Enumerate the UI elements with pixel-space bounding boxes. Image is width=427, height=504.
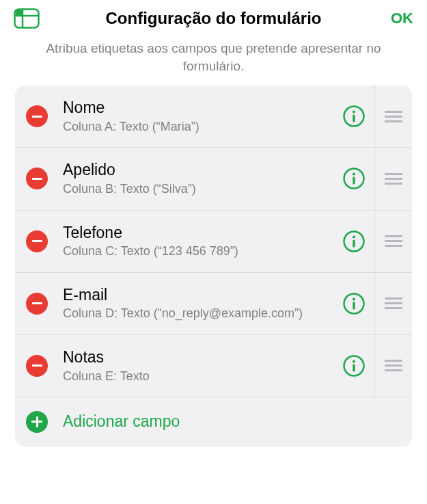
field-subtitle: Coluna B: Texto (“Silva”) [63,181,336,197]
svg-point-5 [353,111,355,114]
add-field-row[interactable]: Adicionar campo [15,397,412,447]
svg-point-14 [353,297,355,300]
remove-field-button[interactable] [26,293,48,315]
field-content[interactable]: Nome Coluna A: Texto (“Maria”) [48,98,343,135]
field-content[interactable]: Telefone Coluna C: Texto (“123 456 789”) [48,223,343,260]
field-row: E-mail Coluna D: Texto (“no_reply@exampl… [15,273,412,335]
field-title: E-mail [63,285,336,305]
header-bar: Configuração do formulário OK [0,0,427,34]
add-field-label[interactable]: Adicionar campo [48,412,180,431]
field-title: Apelido [63,160,336,180]
page-subtitle: Atribua etiquetas aos campos que pretend… [0,34,427,85]
info-icon[interactable] [343,230,365,252]
svg-point-11 [353,235,355,238]
drag-handle-icon[interactable] [375,235,402,247]
field-subtitle: Coluna A: Texto (“Maria”) [63,119,336,135]
svg-rect-9 [353,177,355,185]
info-icon[interactable] [343,168,365,189]
field-subtitle: Coluna D: Texto (“no_reply@example.com”) [63,306,336,321]
info-icon[interactable] [343,293,365,315]
field-subtitle: Coluna C: Texto (“123 456 789”) [63,243,336,259]
svg-point-8 [353,173,355,176]
field-subtitle: Coluna E: Texto [63,369,336,384]
remove-field-button[interactable] [26,355,48,377]
remove-field-button[interactable] [26,230,48,252]
field-row: Telefone Coluna C: Texto (“123 456 789”) [15,211,412,273]
svg-rect-18 [353,364,355,371]
field-title: Nome [63,98,336,118]
add-icon[interactable] [26,411,48,433]
remove-field-button[interactable] [26,168,48,189]
info-icon[interactable] [343,105,365,127]
table-icon[interactable] [14,8,40,29]
svg-rect-12 [353,239,355,247]
field-content[interactable]: Apelido Coluna B: Texto (“Silva”) [48,160,343,197]
drag-handle-icon[interactable] [375,173,402,185]
field-content[interactable]: Notas Coluna E: Texto [48,347,343,384]
field-list: Nome Coluna A: Texto (“Maria”) Apelido C… [15,85,412,447]
field-content[interactable]: E-mail Coluna D: Texto (“no_reply@exampl… [48,285,343,322]
field-title: Telefone [63,223,336,243]
drag-handle-icon[interactable] [375,360,402,371]
svg-point-17 [353,360,355,362]
field-title: Notas [63,347,336,367]
field-row: Notas Coluna E: Texto [15,335,412,397]
info-icon[interactable] [343,355,365,377]
svg-rect-6 [353,115,355,122]
field-row: Apelido Coluna B: Texto (“Silva”) [15,148,412,210]
page-title: Configuração do formulário [48,9,379,28]
ok-button[interactable]: OK [391,10,413,27]
remove-field-button[interactable] [26,105,48,127]
drag-handle-icon[interactable] [375,297,402,309]
svg-rect-3 [16,10,22,15]
drag-handle-icon[interactable] [375,111,402,122]
field-row: Nome Coluna A: Texto (“Maria”) [15,85,412,148]
svg-rect-15 [353,302,355,309]
